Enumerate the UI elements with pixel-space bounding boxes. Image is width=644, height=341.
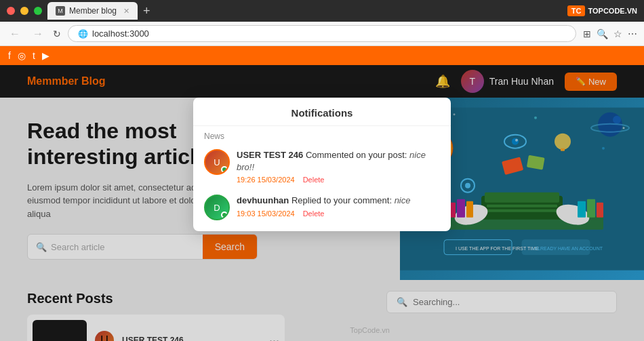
hero-title-line2: interesting articles <box>27 144 220 169</box>
browser-actions: ⊞ 🔍 ☆ ⋯ <box>583 28 637 39</box>
browser-titlebar: M Member blog ✕ + TC TOPCODE.VN <box>0 0 644 22</box>
notification-body-1: USER TEST 246 Commented on your post: ni… <box>237 149 440 184</box>
nav-right: 🔔 T Tran Huu Nhan ✏️ New <box>435 70 617 93</box>
translate-icon[interactable]: ⊞ <box>583 28 591 39</box>
user-section: T Tran Huu Nhan <box>461 70 554 93</box>
notification-delete-2[interactable]: Delete <box>303 209 325 218</box>
minimize-button[interactable] <box>20 7 28 15</box>
notification-item-1[interactable]: U USER TEST 246 Commented on your post: … <box>193 144 451 189</box>
svg-rect-30 <box>561 148 565 151</box>
status-dot-2 <box>221 212 228 218</box>
search-icon: 🔍 <box>36 242 47 252</box>
post-card: U USER TEST 246 ··· <box>27 315 285 341</box>
notif-action-2: Replied to your comment: <box>291 195 395 205</box>
new-button-label: New <box>588 77 606 87</box>
browser-tabs: M Member blog ✕ + <box>47 2 562 20</box>
topcode-logo: TC <box>567 5 586 16</box>
twitter-icon[interactable]: t <box>33 50 35 61</box>
site-logo: Memmber Blog <box>27 75 106 87</box>
social-toolbar: f ◎ t ▶ <box>0 46 644 65</box>
notification-body-2: devhuunhan Replied to your comment: nice… <box>237 195 440 217</box>
notif-action-1: Commented on your post: <box>306 150 409 160</box>
notification-avatar-1: U <box>204 149 230 175</box>
pen-icon: ✏️ <box>576 77 586 86</box>
site-nav: Memmber Blog 🔔 T Tran Huu Nhan ✏️ New <box>0 65 644 98</box>
post-author-name: USER TEST 246 <box>122 336 261 341</box>
search-input-wrapper: 🔍 <box>28 235 203 259</box>
svg-rect-25 <box>587 199 595 218</box>
svg-point-33 <box>515 139 518 142</box>
maximize-button[interactable] <box>34 7 42 15</box>
search-browser-icon[interactable]: 🔍 <box>597 28 608 39</box>
forward-button[interactable]: → <box>30 26 46 41</box>
url-bar[interactable]: 🌐 localhost:3000 <box>68 25 576 42</box>
svg-text:I ALREADY HAVE AN ACCOUNT: I ALREADY HAVE AN ACCOUNT <box>532 246 603 251</box>
svg-rect-18 <box>487 209 557 212</box>
svg-rect-24 <box>578 201 586 218</box>
svg-rect-16 <box>485 193 559 203</box>
close-button[interactable] <box>7 7 15 15</box>
search-input[interactable] <box>51 242 195 252</box>
notification-time-1: 19:26 15/03/2024 <box>237 176 295 184</box>
back-button[interactable]: ← <box>7 26 23 41</box>
settings-icon[interactable]: ⋯ <box>628 28 637 39</box>
notification-delete-1[interactable]: Delete <box>303 176 325 184</box>
search-button[interactable]: Search <box>203 235 257 259</box>
topcode-brand: TC TOPCODE.VN <box>567 5 637 16</box>
recent-section: Recent Posts U USER TEST 246 ··· 🔍 <box>0 280 644 341</box>
recent-right: 🔍 <box>386 291 617 341</box>
notification-item-2[interactable]: D devhuunhan Replied to your comment: ni… <box>193 189 451 226</box>
svg-point-2 <box>454 113 456 115</box>
tab-favicon: M <box>56 6 65 16</box>
youtube-icon[interactable]: ▶ <box>42 50 49 61</box>
facebook-icon[interactable]: f <box>8 50 11 61</box>
post-author-avatar: U <box>95 331 114 341</box>
star-icon[interactable]: ☆ <box>613 28 622 39</box>
svg-point-5 <box>602 147 605 150</box>
post-info: USER TEST 246 <box>122 336 261 341</box>
avatar: T <box>461 70 484 93</box>
svg-point-29 <box>555 134 571 150</box>
page-content: Memmber Blog 🔔 T Tran Huu Nhan ✏️ New Re… <box>0 65 644 341</box>
url-text: localhost:3000 <box>92 28 149 39</box>
logo-text: Memmber <box>27 75 79 87</box>
new-button[interactable]: ✏️ New <box>565 73 617 91</box>
tab-label: Member blog <box>69 6 117 16</box>
svg-point-32 <box>512 138 519 145</box>
active-tab[interactable]: M Member blog ✕ <box>47 2 138 20</box>
user-name: Tran Huu Nhan <box>489 76 554 87</box>
recent-left: Recent Posts U USER TEST 246 ··· <box>27 291 373 341</box>
svg-rect-26 <box>597 203 603 218</box>
notification-avatar-2: D <box>204 195 230 220</box>
new-tab-button[interactable]: + <box>143 4 150 18</box>
svg-rect-22 <box>457 199 465 218</box>
hero-title-line1: Read the most <box>27 119 176 143</box>
notifications-section-label: News <box>193 126 451 144</box>
instagram-icon[interactable]: ◎ <box>18 50 26 61</box>
notification-text-2: devhuunhan Replied to your comment: nice <box>237 195 440 207</box>
svg-rect-17 <box>487 205 557 207</box>
notification-time-2: 19:03 15/03/2024 <box>237 209 295 218</box>
notif-content-2: nice <box>395 195 411 205</box>
svg-point-7 <box>613 116 621 124</box>
notif-user-2: devhuunhan <box>237 195 289 205</box>
search-bar: 🔍 Search <box>27 234 258 260</box>
sidebar-search-icon: 🔍 <box>397 297 407 307</box>
svg-point-4 <box>623 127 625 129</box>
window-controls <box>7 7 42 15</box>
status-dot-1 <box>221 166 228 173</box>
tab-close-icon[interactable]: ✕ <box>123 7 129 16</box>
topcode-watermark: TopCode.vn <box>350 326 390 334</box>
bell-icon[interactable]: 🔔 <box>435 74 450 89</box>
svg-text:I USE THE APP FOR THE FIRST TI: I USE THE APP FOR THE FIRST TIME <box>456 246 539 251</box>
notif-user-1: USER TEST 246 <box>237 150 303 160</box>
sidebar-search-input[interactable] <box>413 297 607 307</box>
reload-button[interactable]: ↻ <box>53 28 61 39</box>
post-dots-icon[interactable]: ··· <box>269 334 279 341</box>
lock-icon: 🌐 <box>78 29 88 39</box>
notification-text-1: USER TEST 246 Commented on your post: ni… <box>237 149 440 174</box>
svg-point-3 <box>534 117 537 119</box>
svg-rect-23 <box>466 201 473 218</box>
notifications-popup: Notifications News U USER TEST 246 Comme… <box>193 98 451 231</box>
sidebar-search: 🔍 <box>386 291 617 313</box>
